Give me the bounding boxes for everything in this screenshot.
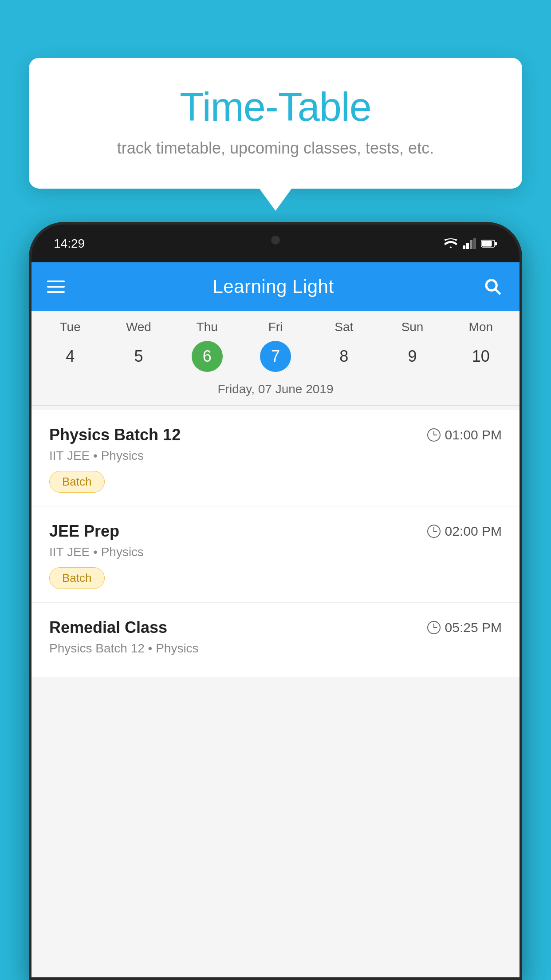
search-button[interactable] [482,276,504,298]
app-title: Learning Light [78,276,468,297]
day-col-10[interactable]: Mon10 [452,320,510,372]
day-number[interactable]: 5 [123,341,154,372]
hamburger-menu-button[interactable] [47,281,65,293]
clock-icon [427,621,441,634]
day-number[interactable]: 10 [465,341,496,372]
svg-rect-1 [466,243,469,249]
svg-point-7 [486,280,496,290]
selected-date-label: Friday, 07 June 2019 [31,379,520,406]
class-meta: Physics Batch 12 • Physics [49,641,502,656]
svg-rect-5 [482,241,492,246]
day-col-8[interactable]: Sat8 [315,320,373,372]
class-item[interactable]: JEE Prep02:00 PMIIT JEE • PhysicsBatch [31,506,520,603]
svg-rect-6 [495,242,497,245]
tooltip-title: Time-Table [51,84,500,130]
day-col-5[interactable]: Wed5 [110,320,167,372]
clock-icon [427,525,441,538]
class-meta: IIT JEE • Physics [49,545,502,559]
battery-icon [481,239,497,248]
class-item[interactable]: Physics Batch 1201:00 PMIIT JEE • Physic… [31,410,520,506]
day-name: Sat [335,320,353,334]
class-name: Physics Batch 12 [49,426,181,444]
batch-badge: Batch [49,471,105,493]
status-time: 14:29 [54,237,85,251]
phone-mockup: 14:29 [29,222,522,980]
tooltip-card: Time-Table track timetable, upcoming cla… [29,58,522,189]
day-col-4[interactable]: Tue4 [41,320,99,372]
batch-badge: Batch [49,567,105,589]
status-bar: 14:29 [31,225,520,262]
svg-rect-0 [463,245,465,249]
class-time-text: 02:00 PM [445,524,502,539]
svg-line-8 [496,289,500,294]
svg-rect-3 [473,238,476,249]
day-name: Sun [401,320,424,334]
signal-icon [463,238,476,249]
day-number[interactable]: 8 [328,341,359,372]
days-row: Tue4Wed5Thu6Fri7Sat8Sun9Mon10 [31,320,520,372]
day-name: Wed [126,320,151,334]
day-name: Tue [60,320,81,334]
class-name: Remedial Class [49,618,167,637]
day-col-7[interactable]: Fri7 [247,320,304,372]
tooltip-subtitle: track timetable, upcoming classes, tests… [51,139,500,158]
camera [271,236,280,245]
day-number[interactable]: 4 [55,341,86,372]
day-number[interactable]: 9 [397,341,428,372]
class-item[interactable]: Remedial Class05:25 PMPhysics Batch 12 •… [31,603,520,677]
class-list: Physics Batch 1201:00 PMIIT JEE • Physic… [31,410,520,677]
day-col-6[interactable]: Thu6 [178,320,236,372]
phone-content: Tue4Wed5Thu6Fri7Sat8Sun9Mon10 Friday, 07… [31,311,520,977]
class-time-text: 01:00 PM [445,427,502,443]
search-icon [484,278,502,296]
app-bar: Learning Light [31,262,520,311]
day-col-9[interactable]: Sun9 [384,320,441,372]
class-meta: IIT JEE • Physics [49,449,502,463]
day-name: Mon [469,320,493,334]
svg-rect-2 [470,240,472,249]
class-name: JEE Prep [49,522,119,541]
wifi-icon [444,238,457,249]
day-number[interactable]: 7 [260,341,291,372]
day-name: Fri [268,320,283,334]
clock-icon [427,428,441,442]
day-name: Thu [197,320,218,334]
status-icons [444,238,497,249]
calendar-strip: Tue4Wed5Thu6Fri7Sat8Sun9Mon10 Friday, 07… [31,311,520,410]
class-time-text: 05:25 PM [445,620,502,635]
phone-notch [249,225,302,251]
day-number[interactable]: 6 [192,341,223,372]
